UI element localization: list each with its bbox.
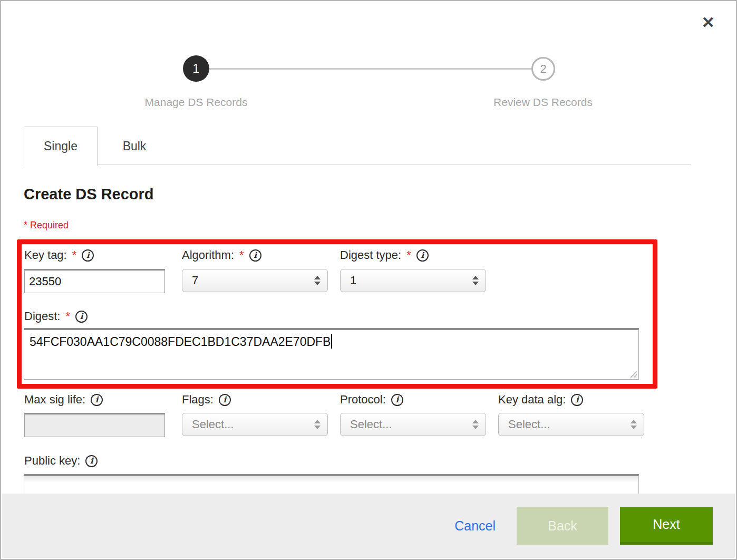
modal-footer: Cancel Back Next — [2, 494, 735, 558]
flags-select[interactable]: Select... — [182, 413, 328, 436]
max-sig-life-label: Max sig life:i — [24, 393, 103, 407]
digest-label: Digest:*i — [24, 310, 88, 323]
required-asterisk: * — [406, 248, 411, 262]
public-key-textarea[interactable] — [24, 474, 639, 496]
public-key-label: Public key:i — [24, 454, 98, 468]
flags-label: Flags:i — [182, 393, 231, 407]
page-title: Create DS Record — [24, 186, 154, 203]
select-stepper-icon — [314, 420, 321, 429]
algorithm-label: Algorithm:*i — [182, 248, 261, 262]
digest-type-select[interactable]: 1 — [340, 269, 486, 292]
algorithm-selected-value: 7 — [192, 274, 198, 287]
protocol-selected-value: Select... — [350, 418, 392, 431]
info-icon[interactable]: i — [82, 249, 94, 262]
protocol-select[interactable]: Select... — [340, 413, 486, 436]
select-stepper-icon — [472, 420, 479, 429]
info-icon[interactable]: i — [75, 311, 88, 323]
info-icon[interactable]: i — [571, 394, 583, 406]
tab-single[interactable]: Single — [24, 127, 98, 166]
next-button[interactable]: Next — [620, 507, 713, 545]
key-data-alg-label: Key data alg:i — [498, 393, 583, 407]
stepper-step-1-circle: 1 — [183, 55, 209, 82]
key-tag-label: Key tag:*i — [24, 248, 94, 262]
resize-handle-icon[interactable] — [629, 370, 637, 378]
info-icon[interactable]: i — [91, 394, 103, 406]
info-icon[interactable]: i — [391, 394, 403, 406]
select-stepper-icon — [631, 420, 637, 429]
info-icon[interactable]: i — [85, 455, 98, 467]
key-tag-input[interactable] — [24, 269, 165, 293]
info-icon[interactable]: i — [416, 249, 429, 262]
cancel-button[interactable]: Cancel — [454, 518, 496, 534]
stepper-step-2-circle: 2 — [531, 57, 555, 81]
required-asterisk: * — [239, 248, 244, 262]
text-caret — [331, 334, 332, 349]
digest-type-label: Digest type:*i — [340, 248, 429, 262]
algorithm-select[interactable]: 7 — [182, 269, 328, 292]
select-stepper-icon — [472, 276, 479, 285]
key-data-alg-select[interactable]: Select... — [498, 413, 644, 436]
create-ds-record-modal: ✕ 1 2 Manage DS Records Review DS Record… — [0, 0, 737, 560]
back-button: Back — [517, 507, 608, 545]
select-stepper-icon — [314, 276, 321, 285]
required-asterisk: * — [65, 310, 70, 323]
tab-bulk[interactable]: Bulk — [98, 127, 171, 166]
stepper-connector-line — [209, 68, 531, 70]
digest-type-selected-value: 1 — [350, 274, 356, 287]
stepper-step-1-label: Manage DS Records — [106, 96, 286, 109]
info-icon[interactable]: i — [249, 249, 261, 262]
flags-selected-value: Select... — [192, 418, 234, 431]
stepper-step-2-label: Review DS Records — [453, 96, 633, 109]
max-sig-life-input — [24, 413, 165, 437]
protocol-label: Protocol:i — [340, 393, 403, 407]
required-note: * Required — [24, 220, 69, 231]
required-asterisk: * — [72, 248, 77, 262]
digest-textarea[interactable]: 54FCF030AA1C79C0088FDEC1BD1C37DAA2E70DFB — [24, 328, 639, 380]
digest-value: 54FCF030AA1C79C0088FDEC1BD1C37DAA2E70DFB — [30, 335, 331, 349]
info-icon[interactable]: i — [219, 394, 231, 406]
key-data-alg-selected-value: Select... — [508, 418, 550, 431]
close-icon[interactable]: ✕ — [702, 15, 715, 31]
